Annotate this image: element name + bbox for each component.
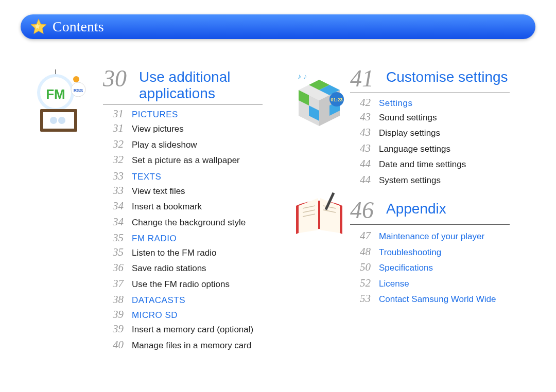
item-number: 34 [103,214,124,229]
item-text: View text files [132,185,185,198]
item-text: View pictures [132,123,184,136]
subsection-header[interactable]: 38DATACASTS [103,293,263,306]
subsection-number: 39 [103,308,124,321]
item-number: 48 [350,244,371,259]
content-area: FM RSS 30 Use additional applications 31… [31,67,525,382]
left-illustration-icon: FM RSS [31,67,103,134]
item-number: 33 [103,183,124,198]
toc-item[interactable]: 44System settings [350,172,510,187]
item-number: 43 [350,109,371,124]
item-number: 44 [350,172,371,187]
toc-item[interactable]: 52License [350,275,510,291]
item-number: 37 [103,276,124,291]
header-bar: Contents [21,14,535,39]
section-header[interactable]: 46Appendix [350,199,510,225]
item-text: Language settings [379,143,450,156]
section-number: 46 [350,199,379,222]
item-text: Troubleshooting [379,246,441,259]
toc-item[interactable]: 43Sound settings [350,109,510,124]
item-number: 43 [350,140,371,156]
item-number: 52 [350,275,371,291]
toc-item[interactable]: 39Insert a memory card (optional) [103,321,263,336]
item-text: Display settings [379,127,440,140]
item-number: 47 [350,228,371,243]
item-text: Date and time settings [379,158,466,171]
toc-item[interactable]: 36Save radio stations [103,260,263,275]
column-left: FM RSS 30 Use additional applications 31… [31,67,278,382]
toc-item[interactable]: 48Troubleshooting [350,244,510,259]
toc-item[interactable]: 53Contact Samsung World Wide [350,291,510,306]
sub-list: 47Maintenance of your player48Troublesho… [350,228,510,306]
item-text: Set a picture as a wallpaper [132,154,240,167]
item-number: 44 [350,156,371,171]
item-number: 32 [103,136,124,152]
item-text: Contact Samsung World Wide [379,293,496,306]
subsection-title: FM RADIO [132,234,177,244]
item-number: 53 [350,291,371,306]
sub-list: 42Settings43Sound settings43Display sett… [350,96,510,187]
item-text: Use the FM radio options [132,278,230,291]
toc-item[interactable]: 32Play a slideshow [103,136,263,152]
item-number: 50 [350,259,371,275]
item-text: Change the background style [132,217,246,229]
item-text: Insert a memory card (optional) [132,324,253,336]
subsection-header[interactable]: 35FM RADIO [103,231,263,244]
section-header[interactable]: 41Customise settings [350,67,510,93]
toc-item[interactable]: 34Insert a bookmark [103,198,263,213]
section-header[interactable]: 30 Use additional applications [103,67,263,104]
item-text: Insert a bookmark [132,201,202,213]
subsection-header[interactable]: 33TEXTS [103,170,263,183]
section-title: Customise settings [386,67,508,85]
star-icon [30,18,47,35]
item-number: 43 [350,124,371,140]
toc-item[interactable]: 37Use the FM radio options [103,276,263,291]
subsection-title: Settings [379,98,412,109]
toc-item[interactable]: 31View pictures [103,120,263,136]
item-text: Play a slideshow [132,139,197,152]
subsection-title: PICTURES [132,110,178,120]
subsection-number: 31 [103,108,124,120]
page-title: Contents [53,19,104,35]
section-number: 30 [103,67,132,91]
section-number: 41 [350,67,379,91]
toc-item[interactable]: 43Language settings [350,140,510,156]
subsection-number: 35 [103,231,124,244]
subsection-number: 33 [103,170,124,183]
item-text: License [379,278,409,291]
subsection-number: 38 [103,293,124,306]
left-groups: 31PICTURES31View pictures32Play a slides… [103,108,263,352]
subsection-title: DATACASTS [132,295,185,306]
toc-item[interactable]: 44Date and time settings [350,156,510,171]
item-text: Save radio stations [132,262,206,275]
toc-item[interactable]: 33View text files [103,183,263,198]
item-text: System settings [379,174,441,187]
item-text: Maintenance of your player [379,230,484,243]
section-title: Use additional applications [139,67,263,102]
cube-icon: ♪ ♪ 01:23 [288,75,350,131]
item-number: 34 [103,198,124,213]
toc-item[interactable]: 43Display settings [350,124,510,140]
toc-item[interactable]: 40Manage files in a memory card [103,337,263,352]
svg-text:RSS: RSS [74,88,83,93]
toc-item[interactable]: 34Change the background style [103,214,263,229]
subsection-number: 42 [350,96,371,109]
toc-item[interactable]: 32Set a picture as a wallpaper [103,152,263,167]
item-text: Specifications [379,262,433,275]
item-text: Listen to the FM radio [132,247,216,260]
item-number: 36 [103,260,124,275]
column-right: ♪ ♪ 01:23 41Customise settings42Settings… [278,67,525,382]
subsection-title: TEXTS [132,172,161,182]
item-number: 39 [103,321,124,336]
toc-item[interactable]: 35Listen to the FM radio [103,244,263,260]
subsection-header[interactable]: 39MICRO SD [103,308,263,321]
item-text: Manage files in a memory card [132,340,251,352]
svg-point-12 [58,117,65,124]
subsection-header[interactable]: 42Settings [350,96,510,109]
svg-point-11 [50,117,57,124]
item-text: Sound settings [379,112,437,124]
toc-item[interactable]: 47Maintenance of your player [350,228,510,243]
svg-text:FM: FM [46,86,65,102]
toc-item[interactable]: 50Specifications [350,259,510,275]
subsection-header[interactable]: 31PICTURES [103,108,263,120]
item-number: 35 [103,244,124,260]
